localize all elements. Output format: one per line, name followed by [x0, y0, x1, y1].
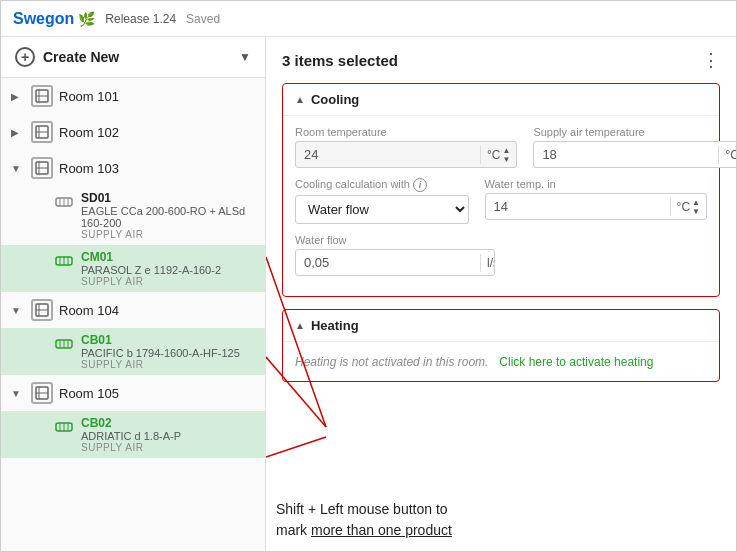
sd01-desc: EAGLE CCa 200-600-RO + ALSd 160-200 [81, 205, 255, 229]
sidebar-item-sd01[interactable]: SD01 EAGLE CCa 200-600-RO + ALSd 160-200… [1, 186, 265, 245]
sidebar-item-cb02[interactable]: CB02 ADRIATIC d 1.8-A-P SUPPLY AIR [1, 411, 265, 458]
room-icon [31, 121, 53, 143]
supply-air-green-icon [53, 333, 75, 355]
water-temp-unit: °C ▲▼ [670, 198, 706, 216]
cooling-calc-label: Cooling calculation with i [295, 178, 469, 192]
water-flow-label: Water flow [295, 234, 495, 246]
annotation-line1: Shift + Left mouse button to [276, 501, 448, 517]
create-new-button[interactable]: + Create New ▼ [1, 37, 265, 78]
svg-line-33 [266, 437, 326, 457]
section-collapse-icon: ▲ [295, 320, 305, 331]
water-temp-field: Water temp. in °C ▲▼ [485, 178, 707, 224]
cooling-calc-field: Cooling calculation with i Water flow [295, 178, 469, 224]
annotation: Shift + Left mouse button to mark more t… [276, 499, 452, 541]
sidebar-item-room105[interactable]: ▼ Room 105 [1, 375, 265, 411]
header-release: Release 1.24 [105, 12, 176, 26]
room104-label: Room 104 [59, 303, 119, 318]
room-temp-input[interactable] [296, 142, 480, 167]
supply-air-temp-label: Supply air temperature [533, 126, 736, 138]
heating-section: ▲ Heating Heating is not activated in th… [282, 309, 720, 382]
supply-air-green-icon [53, 416, 75, 438]
cooling-section-body: Room temperature °C ▲▼ Supply air temper… [283, 116, 719, 296]
chevron-down-icon: ▼ [11, 163, 25, 174]
cooling-row1: Room temperature °C ▲▼ Supply air temper… [295, 126, 707, 168]
cm01-desc: PARASOL Z e 1192-A-160-2 [81, 264, 221, 276]
sidebar-item-room104[interactable]: ▼ Room 104 [1, 292, 265, 328]
supply-air-temp-input[interactable] [534, 142, 718, 167]
heating-message: Heating is not activated in this room. [295, 355, 488, 369]
supply-air-icon [53, 191, 75, 213]
room101-label: Room 101 [59, 89, 119, 104]
logo-leaf-icon: 🌿 [78, 11, 95, 27]
cooling-calc-info-icon[interactable]: i [413, 178, 427, 192]
cooling-calc-select-row[interactable]: Water flow [295, 195, 469, 224]
create-new-label: Create New [43, 49, 119, 65]
cm01-type: SUPPLY AIR [81, 276, 221, 287]
cooling-label: Cooling [311, 92, 359, 107]
cm01-name: CM01 [81, 250, 221, 264]
create-new-plus-icon: + [15, 47, 35, 67]
water-temp-stepper[interactable]: ▲▼ [692, 198, 700, 216]
heating-body: Heating is not activated in this room. C… [283, 342, 719, 381]
water-flow-unit: l/s ▲▼ [480, 254, 495, 272]
supply-air-temp-unit: °C ▲▼ [718, 146, 736, 164]
sidebar-item-room102[interactable]: ▶ Room 102 [1, 114, 265, 150]
main-layout: + Create New ▼ ▶ Room 101 ▶ Room 102 [1, 37, 736, 551]
water-flow-input[interactable] [296, 250, 480, 275]
room105-label: Room 105 [59, 386, 119, 401]
header-saved: Saved [186, 12, 220, 26]
cb02-name: CB02 [81, 416, 181, 430]
room-temp-input-row: °C ▲▼ [295, 141, 517, 168]
cooling-row2: Cooling calculation with i Water flow Wa… [295, 178, 707, 224]
water-temp-input[interactable] [486, 194, 670, 219]
panel-title: 3 items selected [282, 52, 398, 69]
supply-air-temp-input-row: °C ▲▼ [533, 141, 736, 168]
activate-heating-link[interactable]: Click here to activate heating [499, 355, 653, 369]
heating-label: Heating [311, 318, 359, 333]
right-panel: 3 items selected ⋮ ▲ Cooling Room temper… [266, 37, 736, 551]
water-temp-input-row: °C ▲▼ [485, 193, 707, 220]
cb01-name: CB01 [81, 333, 240, 347]
room102-label: Room 102 [59, 125, 119, 140]
room-temp-unit: °C ▲▼ [480, 146, 516, 164]
chevron-right-icon: ▶ [11, 91, 25, 102]
cooling-calc-select[interactable]: Water flow [296, 196, 468, 223]
supply-air-temp-field: Supply air temperature °C ▲▼ [533, 126, 736, 168]
panel-menu-icon[interactable]: ⋮ [702, 49, 720, 71]
room-temp-stepper[interactable]: ▲▼ [502, 146, 510, 164]
cb02-desc: ADRIATIC d 1.8-A-P [81, 430, 181, 442]
logo: Swegon 🌿 [13, 10, 95, 28]
create-new-dropdown-icon: ▼ [239, 50, 251, 64]
room-icon [31, 157, 53, 179]
room-temp-label: Room temperature [295, 126, 517, 138]
sidebar: + Create New ▼ ▶ Room 101 ▶ Room 102 [1, 37, 266, 551]
header: Swegon 🌿 Release 1.24 Saved [1, 1, 736, 37]
panel-header: 3 items selected ⋮ [282, 49, 720, 71]
water-temp-label: Water temp. in [485, 178, 707, 190]
sd01-type: SUPPLY AIR [81, 229, 255, 240]
chevron-right-icon: ▶ [11, 127, 25, 138]
room-icon [31, 382, 53, 404]
chevron-down-icon: ▼ [11, 388, 25, 399]
cb02-type: SUPPLY AIR [81, 442, 181, 453]
cooling-section: ▲ Cooling Room temperature °C ▲▼ [282, 83, 720, 297]
room-icon [31, 299, 53, 321]
chevron-down-icon: ▼ [11, 305, 25, 316]
annotation-line2-normal: mark [276, 522, 311, 538]
section-collapse-icon: ▲ [295, 94, 305, 105]
room-temp-field: Room temperature °C ▲▼ [295, 126, 517, 168]
water-flow-input-row: l/s ▲▼ [295, 249, 495, 276]
room103-label: Room 103 [59, 161, 119, 176]
sidebar-item-cm01[interactable]: CM01 PARASOL Z e 1192-A-160-2 SUPPLY AIR [1, 245, 265, 292]
cooling-row3: Water flow l/s ▲▼ [295, 234, 707, 276]
sidebar-item-cb01[interactable]: CB01 PACIFIC b 1794-1600-A-HF-125 SUPPLY… [1, 328, 265, 375]
sidebar-item-room101[interactable]: ▶ Room 101 [1, 78, 265, 114]
sidebar-item-room103[interactable]: ▼ Room 103 [1, 150, 265, 186]
heating-section-header[interactable]: ▲ Heating [283, 310, 719, 342]
cb01-desc: PACIFIC b 1794-1600-A-HF-125 [81, 347, 240, 359]
cooling-section-header[interactable]: ▲ Cooling [283, 84, 719, 116]
water-flow-field: Water flow l/s ▲▼ [295, 234, 495, 276]
app-window: Swegon 🌿 Release 1.24 Saved + Create New… [0, 0, 737, 552]
annotation-line2-underline: more than one product [311, 522, 452, 538]
cb01-type: SUPPLY AIR [81, 359, 240, 370]
